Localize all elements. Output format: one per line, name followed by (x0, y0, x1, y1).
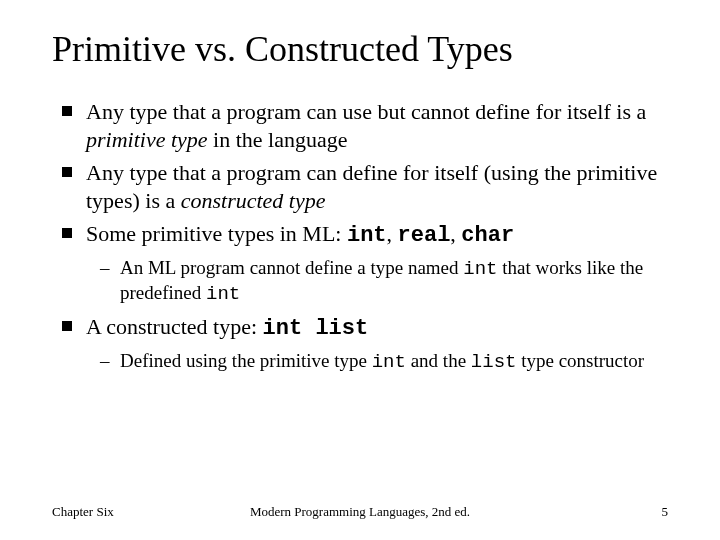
slide-title: Primitive vs. Constructed Types (52, 28, 668, 70)
text: Any type that a program can use but cann… (86, 99, 646, 124)
slide-body: Any type that a program can use but cann… (52, 98, 668, 374)
bullet-item: A constructed type: int list Defined usi… (56, 313, 668, 374)
italic-text: constructed type (181, 188, 326, 213)
text: Any type that a program can define for i… (86, 160, 657, 213)
code-text: int (206, 283, 240, 305)
code-text: char (461, 223, 514, 248)
bullet-item: Some primitive types in ML: int, real, c… (56, 220, 668, 307)
bullet-item: Any type that a program can define for i… (56, 159, 668, 214)
slide: Primitive vs. Constructed Types Any type… (0, 0, 720, 540)
code-text: int (463, 258, 497, 280)
text: and the (406, 350, 471, 371)
text: , (387, 221, 398, 246)
text: A constructed type: (86, 314, 263, 339)
text: Some primitive types in ML: (86, 221, 347, 246)
bullet-item: Any type that a program can use but cann… (56, 98, 668, 153)
slide-footer: Modern Programming Languages, 2nd ed. Ch… (0, 504, 720, 520)
sub-bullet-item: An ML program cannot define a type named… (96, 256, 668, 308)
code-text: int (347, 223, 387, 248)
code-text: int (372, 351, 406, 373)
footer-center: Modern Programming Languages, 2nd ed. (0, 504, 720, 520)
sub-bullet-list: Defined using the primitive type int and… (86, 349, 668, 375)
text: Defined using the primitive type (120, 350, 372, 371)
text: , (450, 221, 461, 246)
sub-bullet-item: Defined using the primitive type int and… (96, 349, 668, 375)
text: type constructor (516, 350, 644, 371)
sub-bullet-list: An ML program cannot define a type named… (86, 256, 668, 308)
text: in the language (208, 127, 348, 152)
text: An ML program cannot define a type named (120, 257, 463, 278)
code-text: real (398, 223, 451, 248)
code-text: int list (263, 316, 369, 341)
italic-text: primitive type (86, 127, 208, 152)
code-text: list (471, 351, 517, 373)
bullet-list: Any type that a program can use but cann… (52, 98, 668, 374)
